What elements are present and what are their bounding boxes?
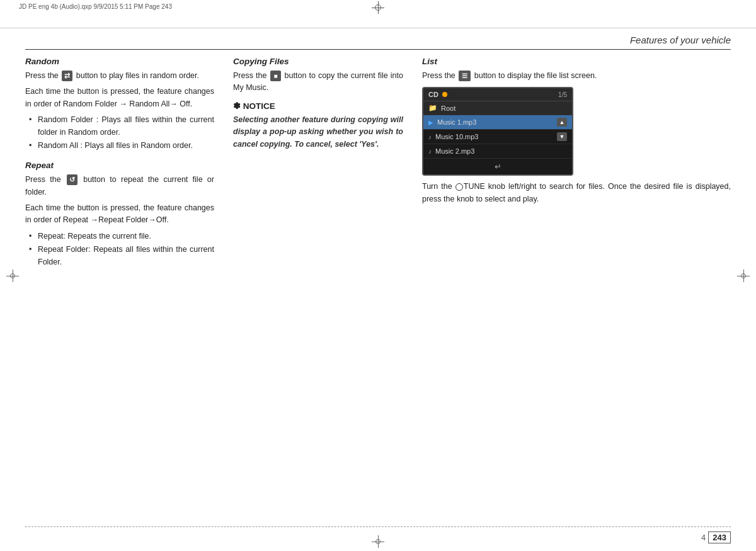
cd-file-row-2: ♪ Music 10.mp3 ▼ bbox=[423, 130, 572, 144]
cd-dot bbox=[442, 92, 447, 97]
random-heading: Random bbox=[25, 57, 214, 66]
main-content: Random Press the ⇄ button to play files … bbox=[25, 57, 731, 513]
cd-screen-header: CD 1/5 bbox=[423, 88, 572, 101]
cd-scroll: ▲ bbox=[557, 118, 567, 127]
column-left: Random Press the ⇄ button to play files … bbox=[25, 57, 220, 513]
random-p2: Each time the button is pressed, the fea… bbox=[25, 86, 214, 110]
file-name-3: Music 2.mp3 bbox=[435, 147, 474, 155]
page-number-area: 4 243 bbox=[701, 531, 731, 543]
scroll-down[interactable]: ▼ bbox=[557, 132, 567, 141]
folder-icon: 📁 bbox=[428, 104, 437, 112]
cd-label: CD bbox=[428, 91, 438, 98]
cd-file-row-1: ▶ Music 1.mp3 ▲ bbox=[423, 115, 572, 130]
back-icon: ↵ bbox=[495, 162, 501, 171]
random-p1: Press the ⇄ button to play files in rand… bbox=[25, 70, 214, 82]
page-header: JD PE eng 4b (Audio).qxp 9/9/2015 5:11 P… bbox=[0, 0, 756, 28]
crosshair-top bbox=[372, 1, 384, 14]
repeat-bullet-list: Repeat: Repeats the current file. Repeat… bbox=[29, 230, 214, 268]
folder-name: Root bbox=[441, 105, 455, 112]
repeat-bullet-1: Repeat: Repeats the current file. bbox=[29, 230, 214, 242]
notice-text: Selecting another feature during copying… bbox=[233, 114, 403, 151]
page-number: 243 bbox=[708, 531, 731, 543]
page-section-number: 4 bbox=[701, 533, 706, 542]
crosshair-left bbox=[6, 270, 19, 282]
note-icon-1: ♪ bbox=[428, 133, 432, 140]
repeat-heading: Repeat bbox=[25, 161, 214, 170]
column-middle: Copying Files Press the ■ button to copy… bbox=[233, 57, 410, 513]
repeat-p1: Press the ↺ button to repeat the current… bbox=[25, 174, 214, 198]
file-name-2: Music 10.mp3 bbox=[435, 133, 478, 140]
notice-title: ✽ NOTICE bbox=[233, 101, 403, 111]
repeat-p2: Each time the button is pressed, the fea… bbox=[25, 202, 214, 227]
list-heading: List bbox=[422, 57, 731, 66]
copying-p1: Press the ■ button to copy the current f… bbox=[233, 70, 403, 94]
cd-screen: CD 1/5 📁 Root ▶ Music 1.mp3 ▲ ♪ Music 10… bbox=[422, 87, 573, 176]
section-title: Features of your vehicle bbox=[630, 35, 731, 45]
crosshair-right bbox=[737, 270, 750, 282]
page-footer: 4 243 bbox=[0, 516, 756, 551]
scroll-up[interactable]: ▲ bbox=[557, 118, 567, 127]
random-bullet-list: Random Folder : Plays all files within t… bbox=[29, 114, 214, 152]
column-right: List Press the ☰ button to display the f… bbox=[422, 57, 731, 513]
random-button-icon: ⇄ bbox=[62, 71, 72, 81]
file-name-1: Music 1.mp3 bbox=[437, 118, 476, 126]
copy-button-icon: ■ bbox=[270, 71, 280, 81]
repeat-bullet-2: Repeat Folder: Repeats all files within … bbox=[29, 244, 214, 268]
random-bullet-2: Random All : Plays all files in Random o… bbox=[29, 140, 214, 152]
printer-marks: JD PE eng 4b (Audio).qxp 9/9/2015 5:11 P… bbox=[19, 3, 172, 10]
section-title-line bbox=[25, 49, 731, 50]
list-p1: Press the ☰ button to display the file l… bbox=[422, 70, 731, 82]
cd-footer: ↵ bbox=[423, 159, 572, 174]
tune-text: Turn the TUNE knob left/right to search … bbox=[422, 181, 731, 205]
notice-box: ✽ NOTICE Selecting another feature durin… bbox=[233, 101, 403, 151]
list-button-icon: ☰ bbox=[459, 71, 471, 81]
note-icon-2: ♪ bbox=[428, 148, 432, 155]
repeat-button-icon: ↺ bbox=[67, 174, 77, 185]
crosshair-bottom bbox=[372, 535, 384, 548]
tune-knob-icon bbox=[455, 183, 463, 191]
cd-file-row-3: ♪ Music 2.mp3 bbox=[423, 144, 572, 159]
copying-heading: Copying Files bbox=[233, 57, 403, 66]
random-bullet-1: Random Folder : Plays all files within t… bbox=[29, 114, 214, 139]
cd-page-num: 1/5 bbox=[558, 91, 567, 98]
cd-folder-row: 📁 Root bbox=[423, 101, 572, 115]
footer-dashes bbox=[25, 526, 731, 527]
cd-scroll-down: ▼ bbox=[557, 132, 567, 141]
play-icon: ▶ bbox=[428, 119, 433, 126]
